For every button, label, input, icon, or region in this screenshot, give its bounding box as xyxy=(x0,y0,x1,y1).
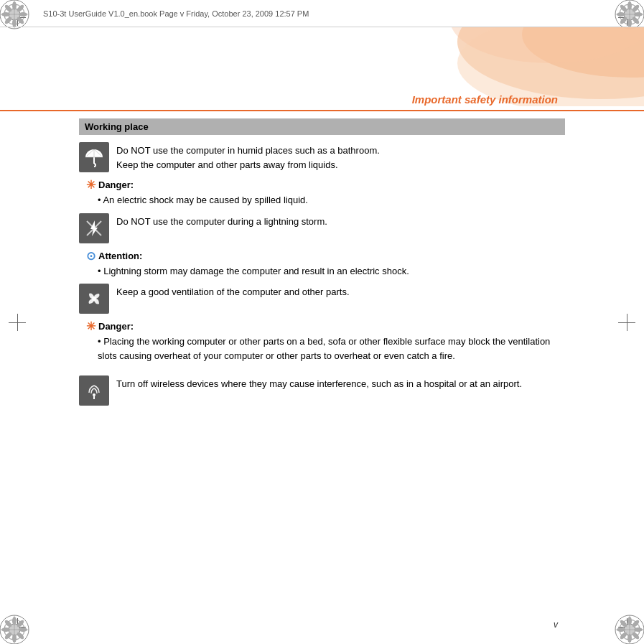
content-row-wireless: Turn off wireless devices where they may… xyxy=(79,375,565,406)
attention-circle-1: ⊙ xyxy=(86,249,95,263)
danger-list-2: Placing the working computer or other pa… xyxy=(86,335,565,363)
danger-label-2: Danger: xyxy=(98,321,134,332)
attention-item-1: Lightning storm may damage the computer … xyxy=(98,264,565,279)
svg-point-50 xyxy=(617,627,625,632)
attention-label-1: Attention: xyxy=(98,251,142,261)
notice-title-danger-2: ✳ Danger: xyxy=(86,319,565,333)
content-row-lightning: Do NOT use the computer during a lightni… xyxy=(79,213,565,243)
danger-item-2: Placing the working computer or other pa… xyxy=(98,335,565,363)
icon-box-lightning xyxy=(79,213,109,243)
attention-list-1: Lightning storm may damage the computer … xyxy=(86,264,565,279)
text-ventilation: Keep a good ventilation of the computer … xyxy=(116,284,565,299)
danger-item-1: An electric shock may be caused by spill… xyxy=(98,193,565,207)
header-text: S10-3t UserGuide V1.0_en.book Page v Fri… xyxy=(43,9,309,18)
svg-point-35 xyxy=(12,634,17,643)
svg-point-46 xyxy=(634,627,643,632)
content-row-humidity: Do NOT use the computer in humid places … xyxy=(79,142,565,172)
page-number-text: v xyxy=(554,620,558,630)
main-content: Working place Do NOT use the computer in… xyxy=(79,118,565,587)
text-lightning: Do NOT use the computer during a lightni… xyxy=(116,213,565,229)
content-row-ventilation: Keep a good ventilation of the computer … xyxy=(79,284,565,314)
wireless-icon xyxy=(83,380,105,401)
page-number: v xyxy=(554,620,558,630)
icon-box-umbrella xyxy=(79,142,109,172)
svg-point-37 xyxy=(1,627,10,632)
danger-list-1: An electric shock may be caused by spill… xyxy=(86,193,565,207)
svg-point-66 xyxy=(93,393,95,396)
notice-attention-1: ⊙ Attention: Lightning storm may damage … xyxy=(86,249,565,279)
crosshair-mid-left xyxy=(9,314,26,331)
svg-point-48 xyxy=(627,634,632,643)
section-title: Working place xyxy=(85,121,149,132)
notice-danger-2: ✳ Danger: Placing the working computer o… xyxy=(86,319,565,363)
page-title: Important safety information xyxy=(412,93,558,106)
fan-icon xyxy=(83,288,105,309)
svg-marker-64 xyxy=(90,220,98,236)
rosette-bottom-left xyxy=(0,614,30,644)
page-title-area: Important safety information xyxy=(0,93,644,111)
icon-box-wireless xyxy=(79,375,109,406)
text-humidity: Do NOT use the computer in humid places … xyxy=(116,142,565,172)
crosshair-mid-right xyxy=(618,314,635,331)
rosette-bottom-right xyxy=(614,614,644,644)
lightning-icon xyxy=(83,218,105,239)
danger-star-1: ✳ xyxy=(86,178,95,192)
notice-danger-1: ✳ Danger: An electric shock may be cause… xyxy=(86,178,565,207)
header-bar: S10-3t UserGuide V1.0_en.book Page v Fri… xyxy=(0,0,644,27)
danger-label-1: Danger: xyxy=(98,179,134,190)
section-header: Working place xyxy=(79,118,565,135)
svg-point-33 xyxy=(19,627,27,632)
notice-title-attention-1: ⊙ Attention: xyxy=(86,249,565,263)
notice-title-danger-1: ✳ Danger: xyxy=(86,178,565,192)
svg-point-44 xyxy=(627,617,632,625)
icon-box-fan xyxy=(79,284,109,314)
danger-star-2: ✳ xyxy=(86,319,95,333)
text-wireless: Turn off wireless devices where they may… xyxy=(116,375,565,391)
svg-point-31 xyxy=(12,617,17,625)
umbrella-icon xyxy=(83,146,105,168)
